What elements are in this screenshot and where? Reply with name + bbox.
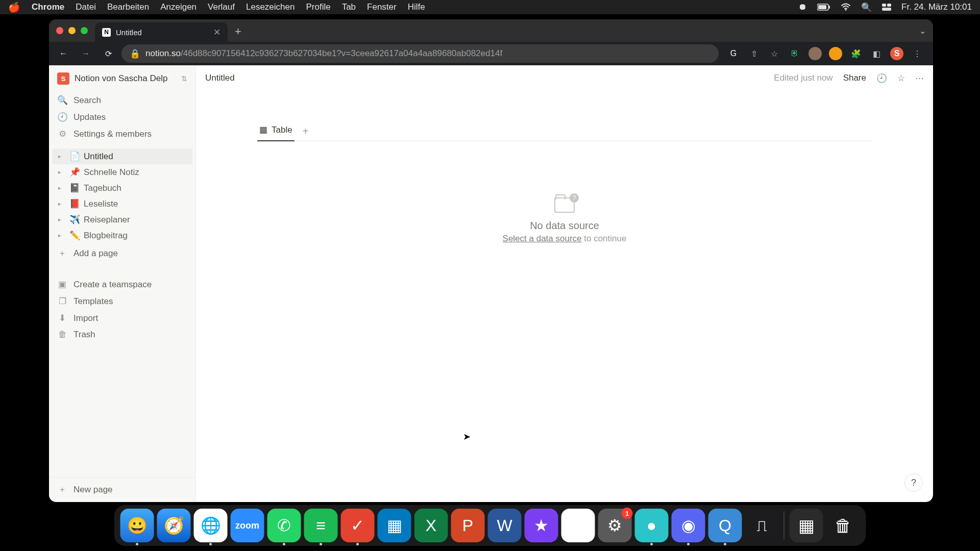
favorite-star-icon[interactable]: ☆ (897, 73, 905, 84)
browser-tab[interactable]: N Untitled ✕ (95, 22, 228, 42)
dock-quicktime[interactable]: Q (708, 509, 742, 542)
search-icon: 🔍 (57, 95, 67, 106)
close-tab-icon[interactable]: ✕ (213, 27, 220, 38)
menu-tab[interactable]: Tab (342, 2, 356, 12)
sidebar-search[interactable]: 🔍Search (49, 92, 195, 109)
tab-dropdown-icon[interactable]: ⌄ (919, 26, 926, 36)
sidebar-updates[interactable]: 🕘Updates (49, 109, 195, 126)
close-window[interactable] (56, 27, 63, 34)
database-view-tabs: ▦ Table + (257, 121, 872, 141)
reload-button[interactable]: ⟳ (99, 44, 117, 63)
dock-word[interactable]: W (488, 509, 522, 542)
profile-avatar[interactable]: S (890, 47, 903, 60)
page-schnelle-notiz[interactable]: ▸📌Schnelle Notiz (52, 164, 192, 180)
menu-profile[interactable]: Profile (306, 2, 330, 12)
dock-finder[interactable]: 😀 (120, 509, 154, 542)
add-view-button[interactable]: + (303, 126, 309, 137)
dock-whatsapp[interactable]: ✆ (267, 509, 301, 542)
pencil-icon: ✏️ (69, 230, 80, 241)
page-label: Schnelle Notiz (84, 167, 139, 178)
spotlight-icon[interactable]: 🔍 (861, 2, 872, 13)
page-tagebuch[interactable]: ▸📓Tagebuch (52, 180, 192, 196)
maximize-window[interactable] (81, 27, 88, 34)
edited-timestamp: Edited just now (774, 73, 832, 83)
control-center-icon[interactable] (882, 4, 891, 11)
disclosure-triangle-icon[interactable]: ▸ (58, 216, 65, 223)
clock-icon: 🕘 (57, 112, 67, 122)
menubar-datetime[interactable]: Fr. 24. März 10:01 (901, 2, 972, 12)
disclosure-triangle-icon[interactable]: ▸ (58, 185, 65, 191)
menu-datei[interactable]: Datei (76, 2, 96, 12)
dock-voicememos[interactable]: ⎍ (745, 509, 779, 542)
comments-icon[interactable]: 🕘 (876, 73, 887, 84)
menu-fenster[interactable]: Fenster (367, 2, 397, 12)
extension-icon-2[interactable] (829, 47, 842, 60)
badge: 1 (622, 508, 633, 519)
dock-imovie[interactable]: ★ (525, 509, 558, 542)
disclosure-triangle-icon[interactable]: ▸ (58, 169, 65, 176)
page-blogbeitrag[interactable]: ▸✏️Blogbeitrag (52, 228, 192, 243)
page-untitled[interactable]: ▸📄Untitled (52, 148, 192, 164)
page-leseliste[interactable]: ▸📕Leseliste (52, 196, 192, 212)
sidebar-settings[interactable]: ⚙Settings & members (49, 126, 195, 142)
app-name[interactable]: Chrome (32, 2, 64, 12)
dock-trash[interactable]: 🗑 (826, 509, 860, 542)
dock-powerpoint[interactable]: P (451, 509, 485, 542)
more-icon[interactable]: ⋯ (915, 73, 924, 84)
page-reiseplaner[interactable]: ▸✈️Reiseplaner (52, 212, 192, 228)
workspace-switcher[interactable]: S Notion von Sascha Delp ⇅ (49, 65, 195, 92)
dock-trello[interactable]: ▦ (378, 509, 411, 542)
record-icon[interactable]: ⏺ (798, 2, 807, 12)
menu-bearbeiten[interactable]: Bearbeiten (107, 2, 149, 12)
plus-icon: + (57, 248, 67, 259)
address-bar[interactable]: 🔒 notion.so/46d88c907156412c936273b62703… (121, 44, 719, 63)
dock-zoom[interactable]: zoom (231, 509, 264, 542)
dock-chrome[interactable]: 🌐 (194, 509, 228, 542)
dock-drive[interactable]: ▲ (561, 509, 595, 542)
share-icon[interactable]: ⇧ (747, 47, 761, 60)
dock-missioncontrol[interactable]: ▦ (790, 509, 823, 542)
sidepanel-icon[interactable]: ◧ (870, 47, 883, 60)
folder-questionolmayan-icon: ? (554, 197, 575, 213)
page-label: Untitled (84, 152, 113, 162)
extension-shield-icon[interactable]: ⛨ (788, 47, 801, 60)
menu-lesezeichen[interactable]: Lesezeichen (246, 2, 295, 12)
google-icon[interactable]: G (727, 47, 740, 60)
templates[interactable]: ❐Templates (49, 293, 195, 310)
dock-safari[interactable]: 🧭 (157, 509, 191, 542)
extensions-puzzle-icon[interactable]: 🧩 (849, 47, 863, 60)
new-page-button[interactable]: +New page (49, 478, 195, 502)
dock-spotify[interactable]: ≡ (304, 509, 338, 542)
create-teamspace[interactable]: ▣Create a teamspace (49, 276, 195, 293)
breadcrumb-title[interactable]: Untitled (205, 73, 235, 83)
menu-hilfe[interactable]: Hilfe (408, 2, 425, 12)
share-button[interactable]: Share (843, 73, 866, 83)
wifi-icon[interactable] (841, 3, 851, 11)
new-tab-button[interactable]: + (235, 25, 241, 38)
dock-app1[interactable]: ● (635, 509, 669, 542)
running-indicator (209, 543, 212, 545)
minimize-window[interactable] (68, 27, 76, 34)
menu-anzeigen[interactable]: Anzeigen (160, 2, 197, 12)
chrome-menu-icon[interactable]: ⋮ (911, 47, 924, 60)
import[interactable]: ⬇Import (49, 310, 195, 327)
add-page-button[interactable]: +Add a page (49, 245, 195, 262)
back-button[interactable]: ← (54, 44, 72, 63)
dock-settings[interactable]: ⚙1 (598, 509, 632, 542)
dock-excel[interactable]: X (414, 509, 448, 542)
table-view-tab[interactable]: ▦ Table (257, 121, 295, 141)
menu-verlauf[interactable]: Verlauf (208, 2, 235, 12)
disclosure-triangle-icon[interactable]: ▸ (58, 201, 65, 207)
bookmark-star-icon[interactable]: ☆ (768, 47, 781, 60)
dock-todoist[interactable]: ✓ (341, 509, 375, 542)
help-button[interactable]: ? (904, 473, 923, 492)
apple-menu[interactable]: 🍎 (8, 2, 20, 13)
disclosure-triangle-icon[interactable]: ▸ (58, 153, 65, 160)
dock-discord[interactable]: ◉ (672, 509, 705, 542)
select-data-source-link[interactable]: Select a data source (503, 234, 582, 243)
table-icon: ▦ (259, 124, 267, 135)
trash[interactable]: 🗑Trash (49, 327, 195, 343)
extension-icon-1[interactable] (808, 47, 822, 60)
battery-icon[interactable] (817, 4, 830, 11)
disclosure-triangle-icon[interactable]: ▸ (58, 232, 65, 239)
